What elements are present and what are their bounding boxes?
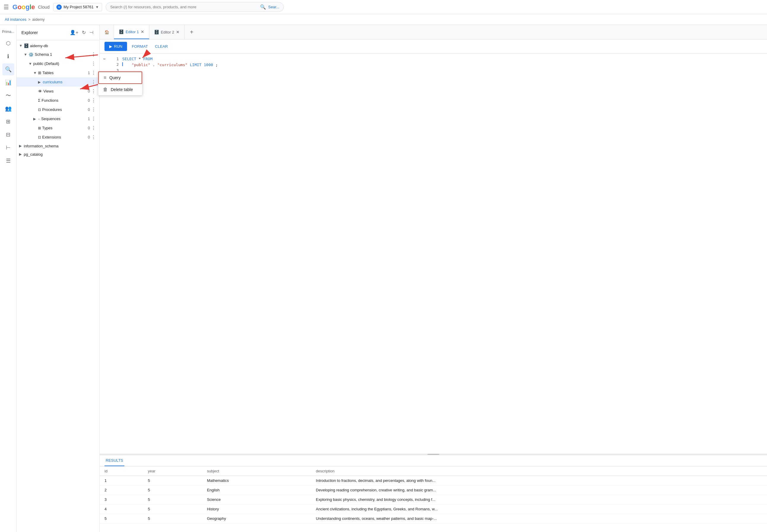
views-more-icon[interactable]: ⋮: [90, 88, 97, 95]
tree-item-schema1[interactable]: ▼ ⚙️ Schema 1 ⋮: [17, 50, 99, 59]
edit-icon: ✏️: [103, 56, 106, 61]
tree-label-extensions: Extensions: [42, 135, 87, 139]
hamburger-menu-icon[interactable]: ☰: [4, 4, 9, 11]
run-button[interactable]: ▶ RUN: [104, 42, 127, 51]
tree-item-procedures[interactable]: ▶ ⊡ Procedures 0 ⋮: [17, 105, 99, 114]
refresh-icon[interactable]: ↻: [81, 28, 87, 36]
cell-year: 5: [143, 495, 202, 504]
format-button[interactable]: FORMAT: [129, 42, 150, 51]
views-icon: 👁: [38, 89, 42, 94]
extensions-more-icon[interactable]: ⋮: [90, 134, 97, 141]
context-menu-query[interactable]: ≡ Query: [98, 71, 100, 84]
expand-arrow-schema-icon: ▼: [24, 52, 28, 57]
table-row: 25EnglishDeveloping reading comprehensio…: [100, 485, 767, 495]
tab-editor1-label: Editor 1: [125, 30, 139, 34]
procedures-more-icon[interactable]: ⋮: [90, 106, 97, 113]
table-row: 15MathematicsIntroduction to fractions, …: [100, 476, 767, 485]
functions-icon: Σ: [38, 98, 40, 103]
nav-item-chart[interactable]: 📊: [2, 77, 14, 88]
nav-item-info[interactable]: ℹ: [2, 50, 14, 62]
project-avatar: M: [56, 4, 62, 10]
sql-semicolon: ;: [216, 63, 218, 67]
cell-year: 5: [143, 476, 202, 485]
expand-arrow-icon: ▼: [19, 44, 24, 48]
sequences-icon: ··: [38, 117, 40, 121]
breadcrumb-all-instances[interactable]: All instances: [5, 17, 26, 22]
google-cloud-logo[interactable]: Google Cloud: [12, 3, 50, 11]
tree-item-aidemy-db[interactable]: ▼ 🗄️ aidemy-db: [17, 42, 99, 50]
line-content-2: "public" . "curriculums" LIMIT 1000 ;: [122, 62, 767, 67]
nav-item-activity[interactable]: 〜: [2, 90, 14, 101]
results-header-row: id year subject description: [100, 466, 767, 476]
nav-item-search[interactable]: 🔍: [2, 63, 14, 75]
types-more-icon[interactable]: ⋮: [90, 125, 97, 131]
code-line-2: 2 "public" . "curriculums" LIMIT 1000 ;: [110, 62, 767, 68]
tree-item-types[interactable]: ▶ ⊞ Types 0 ⋮: [17, 123, 99, 133]
collapse-icon[interactable]: ⊣: [88, 28, 95, 36]
types-count: 0: [88, 126, 90, 130]
tab-editor1[interactable]: 🗄️ Editor 1 ✕: [114, 25, 149, 39]
sql-schema-string: "public": [132, 63, 150, 67]
nav-item-tool[interactable]: ⊢: [2, 142, 14, 154]
search-label: Sear...: [268, 5, 280, 9]
curriculums-more-icon[interactable]: ⋮: [90, 79, 97, 85]
home-tab[interactable]: 🏠: [100, 25, 114, 39]
sql-editor[interactable]: ✏️ 1 SELECT * FROM 2 "public" .: [100, 54, 767, 454]
tree-item-sequences[interactable]: ▶ ·· Sequences 1 ⋮: [17, 114, 99, 123]
run-button-label: RUN: [114, 44, 122, 49]
sql-select-keyword: SELECT: [122, 57, 136, 61]
cell-subject: Geography: [202, 514, 311, 523]
project-selector[interactable]: M My Project 58761 ▼: [53, 3, 102, 11]
views-count: 0: [88, 89, 90, 93]
tab-editor1-close-icon[interactable]: ✕: [141, 29, 144, 34]
results-tab-results[interactable]: RESULTS: [104, 455, 124, 466]
sequences-more-icon[interactable]: ⋮: [90, 115, 97, 122]
functions-more-icon[interactable]: ⋮: [90, 97, 97, 104]
cell-id: 4: [100, 504, 143, 514]
tab-editor2[interactable]: 🗄️ Editor 2 ✕: [149, 25, 184, 39]
nav-item-people[interactable]: 👥: [2, 103, 14, 114]
sql-limit-value: 1000: [204, 63, 213, 67]
nav-item-layers[interactable]: ⬡: [2, 37, 14, 49]
info-schema-arrow-icon: ▶: [19, 144, 24, 148]
cell-year: 5: [143, 485, 202, 495]
cell-description: Developing reading comprehension, creati…: [311, 485, 767, 495]
global-search-input[interactable]: [110, 5, 257, 9]
tables-more-icon[interactable]: ⋮: [90, 69, 97, 76]
sequences-arrow-icon: ▶: [33, 117, 38, 121]
nav-item-list[interactable]: ☰: [2, 155, 14, 167]
tables-icon: ⊞: [38, 71, 41, 75]
search-icon: 🔍: [260, 4, 266, 10]
tree-item-public[interactable]: ▼ public (Default) ⋮: [17, 59, 99, 68]
nav-item-table[interactable]: ⊟: [2, 129, 14, 141]
public-more-icon[interactable]: ⋮: [90, 60, 97, 67]
cell-id: 2: [100, 485, 143, 495]
database-icon: 🗄️: [24, 43, 29, 48]
cell-subject: Mathematics: [202, 476, 311, 485]
tab-add-button[interactable]: +: [184, 25, 199, 39]
nav-item-grid[interactable]: ⊞: [2, 116, 14, 128]
schema1-more-icon[interactable]: ⋮: [90, 51, 97, 58]
tree-item-pg-catalog[interactable]: ▶ pg_catalog: [17, 150, 99, 158]
tab-editor2-close-icon[interactable]: ✕: [176, 30, 179, 34]
results-panel: RESULTS id year subject description 15Ma…: [100, 455, 767, 532]
editor-toolbar: ▶ RUN FORMAT CLEAR: [100, 39, 767, 54]
tables-count: 1: [88, 71, 90, 75]
cell-id: 3: [100, 495, 143, 504]
schema-icon: ⚙️: [28, 52, 34, 57]
sql-star: *: [138, 57, 143, 61]
tree-item-curriculums[interactable]: ▶ curriculums ⋮: [17, 77, 99, 87]
clear-button[interactable]: CLEAR: [152, 42, 170, 51]
results-table-container[interactable]: id year subject description 15Mathematic…: [100, 466, 767, 532]
tree-item-views[interactable]: ▶ 👁 Views 0 ⋮: [17, 87, 99, 96]
tree-item-functions[interactable]: ▶ Σ Functions 0 ⋮: [17, 96, 99, 105]
cell-year: 5: [143, 514, 202, 523]
context-menu-delete-table[interactable]: 🗑 Delete table: [98, 84, 100, 95]
tree-item-tables[interactable]: ▼ ⊞ Tables 1 ⋮: [17, 68, 99, 77]
add-user-icon[interactable]: 👤+: [69, 28, 79, 36]
tree-item-extensions[interactable]: ▶ ⊡ Extensions 0 ⋮: [17, 133, 99, 142]
editor-results-divider[interactable]: [100, 454, 767, 455]
global-search-bar[interactable]: 🔍 Sear...: [106, 2, 284, 12]
tree-item-info-schema[interactable]: ▶ information_schema: [17, 142, 99, 150]
icon-navigation: Prima... ⬡ ℹ 🔍 📊 〜 👥 ⊞ ⊟ ⊢ ☰: [0, 25, 17, 532]
